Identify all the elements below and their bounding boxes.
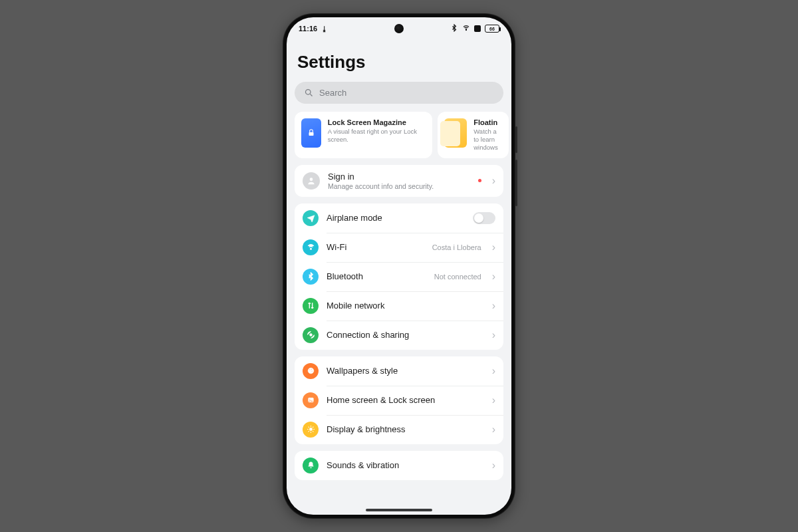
account-title: Sign in [328, 172, 470, 182]
row-label: Home screen & Lock screen [327, 395, 484, 405]
account-subtitle: Manage account info and security. [328, 182, 470, 190]
chevron-right-icon: › [492, 329, 495, 341]
volume-button [515, 126, 517, 153]
row-label: Display & brightness [327, 424, 484, 434]
promo-subtitle: A visual feast right on your Lock screen… [328, 128, 426, 144]
svg-point-3 [310, 178, 313, 181]
sounds-row[interactable]: Sounds & vibration › [295, 451, 503, 480]
display-row[interactable]: Display & brightness › [295, 415, 503, 444]
chevron-right-icon: › [492, 271, 495, 283]
chevron-right-icon: › [492, 394, 495, 406]
palette-icon [303, 363, 319, 379]
account-card: Sign in Manage account info and security… [295, 165, 503, 197]
page-title: Settings [295, 36, 503, 82]
chevron-right-icon: › [492, 460, 495, 471]
row-value: Costa i Llobera [432, 243, 481, 251]
mobile-data-icon [303, 298, 319, 314]
download-icon: ⭳ [321, 25, 328, 33]
avatar-icon [303, 172, 320, 190]
front-camera [394, 24, 404, 33]
share-icon [303, 327, 319, 343]
row-label: Sounds & vibration [327, 460, 484, 470]
home-screen-row[interactable]: Home screen & Lock screen › [295, 386, 503, 415]
promo-subtitle: Watch a to learn windows [473, 128, 497, 152]
chevron-right-icon: › [492, 365, 495, 377]
svg-rect-2 [309, 132, 313, 136]
svg-point-5 [309, 334, 311, 336]
row-label: Wallpapers & style [327, 366, 484, 376]
svg-point-7 [309, 369, 310, 370]
svg-point-11 [309, 399, 311, 400]
chevron-right-icon: › [492, 241, 495, 253]
battery-indicator: 66 [485, 25, 499, 33]
promo-lockscreen[interactable]: Lock Screen Magazine A visual feast righ… [295, 112, 432, 158]
network-card: Airplane mode Wi-Fi Costa i Llobera › Bl… [295, 203, 503, 350]
svg-point-4 [310, 248, 311, 249]
power-button [515, 160, 517, 206]
svg-point-6 [308, 368, 314, 374]
bluetooth-row[interactable]: Bluetooth Not connected › [295, 262, 503, 291]
row-label: Wi-Fi [327, 242, 424, 252]
home-indicator[interactable] [366, 509, 432, 511]
search-placeholder: Search [319, 88, 346, 98]
settings-content: Settings Search Lock Screen Magazine A v… [287, 36, 511, 515]
image-icon [303, 392, 319, 408]
personalization-card: Wallpapers & style › Home screen & Lock … [295, 356, 503, 444]
promo-row: Lock Screen Magazine A visual feast righ… [295, 112, 503, 158]
phone-frame: 11:16 ⭳ 66 Settings Search [283, 13, 515, 519]
mobile-network-row[interactable]: Mobile network › [295, 291, 503, 321]
connection-sharing-row[interactable]: Connection & sharing › [295, 321, 503, 350]
clock: 11:16 [299, 25, 317, 33]
svg-point-9 [311, 371, 312, 372]
promo-title: Lock Screen Magazine [328, 118, 426, 126]
svg-point-12 [309, 428, 312, 430]
row-label: Mobile network [327, 301, 484, 311]
chevron-right-icon: › [492, 300, 495, 312]
row-label: Bluetooth [327, 271, 426, 281]
brightness-icon [303, 422, 319, 438]
row-value: Not connected [434, 273, 481, 281]
promo-title: Floatin [473, 118, 497, 126]
signal-icon [474, 25, 481, 32]
airplane-toggle[interactable] [473, 212, 495, 224]
svg-point-1 [306, 90, 311, 95]
notification-dot [478, 179, 481, 182]
promo-floating[interactable]: Floatin Watch a to learn windows [438, 112, 509, 158]
svg-point-8 [311, 369, 311, 370]
window-icon [444, 118, 467, 148]
row-label: Connection & sharing [327, 330, 484, 340]
bell-icon [303, 458, 319, 473]
bluetooth-icon [303, 269, 319, 285]
wallpapers-row[interactable]: Wallpapers & style › [295, 356, 503, 386]
wifi-icon [303, 239, 319, 255]
sound-card: Sounds & vibration › [295, 451, 503, 480]
search-icon [304, 88, 314, 98]
wifi-status-icon [462, 24, 470, 33]
sign-in-row[interactable]: Sign in Manage account info and security… [295, 165, 503, 197]
search-input[interactable]: Search [295, 82, 503, 104]
chevron-right-icon: › [492, 424, 495, 436]
row-label: Airplane mode [327, 213, 465, 223]
airplane-mode-row[interactable]: Airplane mode [295, 203, 503, 233]
svg-point-0 [466, 29, 466, 30]
bluetooth-status-icon [450, 24, 458, 33]
airplane-icon [303, 210, 319, 226]
chevron-right-icon: › [492, 175, 495, 187]
lock-icon [301, 118, 321, 148]
screen: 11:16 ⭳ 66 Settings Search [287, 17, 511, 515]
wifi-row[interactable]: Wi-Fi Costa i Llobera › [295, 233, 503, 262]
